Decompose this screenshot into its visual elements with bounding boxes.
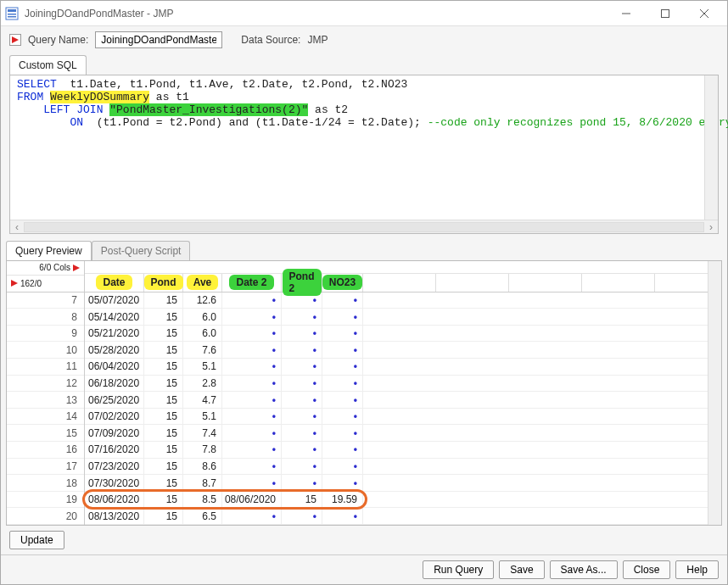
rows-indicator[interactable]: 162/0 bbox=[7, 276, 84, 292]
cell[interactable]: • bbox=[322, 442, 363, 458]
table-row[interactable]: 08/13/2020156.5••• bbox=[85, 508, 721, 525]
row-number[interactable]: 16 bbox=[7, 442, 84, 459]
cell[interactable]: 7.8 bbox=[183, 442, 222, 458]
cell[interactable]: • bbox=[222, 292, 282, 309]
cell[interactable]: • bbox=[322, 392, 363, 408]
cell[interactable]: 08/13/2020 bbox=[85, 508, 144, 524]
cell[interactable]: 06/04/2020 bbox=[85, 359, 144, 375]
cell[interactable]: • bbox=[322, 475, 363, 491]
cell[interactable]: • bbox=[282, 442, 322, 458]
update-button[interactable]: Update bbox=[9, 531, 64, 549]
cell[interactable]: 5.1 bbox=[183, 409, 222, 425]
col-pond[interactable]: Pond bbox=[144, 274, 183, 292]
grid-vertical-scrollbar[interactable] bbox=[708, 261, 721, 525]
query-name-input[interactable] bbox=[95, 31, 222, 48]
cell[interactable]: 07/23/2020 bbox=[85, 459, 144, 475]
cell[interactable]: • bbox=[282, 376, 322, 392]
col-date2[interactable]: Date 2 bbox=[222, 274, 282, 292]
cols-indicator[interactable]: 6/0 Cols bbox=[7, 261, 84, 276]
cell[interactable]: 6.0 bbox=[183, 326, 222, 342]
cell[interactable]: • bbox=[282, 475, 322, 491]
table-row[interactable]: 07/02/2020155.1••• bbox=[85, 409, 721, 426]
cell[interactable]: 15 bbox=[144, 326, 183, 342]
cell[interactable]: 5.1 bbox=[183, 359, 222, 375]
cell[interactable]: • bbox=[222, 359, 282, 375]
tab-query-preview[interactable]: Query Preview bbox=[6, 241, 92, 260]
row-number[interactable]: 11 bbox=[7, 359, 84, 376]
cell[interactable]: • bbox=[222, 425, 282, 441]
save-button[interactable]: Save bbox=[499, 560, 544, 579]
cell[interactable]: • bbox=[222, 309, 282, 325]
cell[interactable]: 15 bbox=[144, 459, 183, 475]
close-query-button[interactable]: Close bbox=[623, 560, 671, 579]
cell[interactable]: 05/21/2020 bbox=[85, 326, 144, 342]
cell[interactable]: • bbox=[322, 508, 363, 524]
cell[interactable]: • bbox=[222, 409, 282, 425]
cell[interactable]: • bbox=[282, 508, 322, 524]
cell[interactable]: 19.59 bbox=[322, 492, 363, 508]
cell[interactable]: • bbox=[222, 459, 282, 475]
cell[interactable]: 15 bbox=[144, 508, 183, 524]
cell[interactable]: 08/06/2020 bbox=[222, 492, 282, 508]
table-row[interactable]: 05/21/2020156.0••• bbox=[85, 326, 721, 343]
tab-custom-sql[interactable]: Custom SQL bbox=[9, 55, 87, 75]
table-row[interactable]: 06/18/2020152.8••• bbox=[85, 376, 721, 393]
cell[interactable]: 15 bbox=[144, 409, 183, 425]
cell[interactable]: • bbox=[222, 342, 282, 358]
cell[interactable]: 15 bbox=[282, 492, 322, 508]
cell[interactable]: • bbox=[282, 409, 322, 425]
row-number[interactable]: 14 bbox=[7, 409, 84, 426]
sql-editor[interactable]: SELECT t1.Date, t1.Pond, t1.Ave, t2.Date… bbox=[9, 75, 719, 234]
col-empty-1[interactable] bbox=[363, 274, 436, 292]
cell[interactable]: 8.5 bbox=[183, 492, 222, 508]
scroll-right-icon[interactable]: › bbox=[704, 221, 718, 233]
col-empty-2[interactable] bbox=[436, 274, 509, 292]
run-query-button[interactable]: Run Query bbox=[423, 560, 494, 579]
cell[interactable]: 07/16/2020 bbox=[85, 442, 144, 458]
cell[interactable]: 15 bbox=[144, 475, 183, 491]
row-number[interactable]: 13 bbox=[7, 392, 84, 409]
table-row[interactable]: 07/30/2020158.7••• bbox=[85, 475, 721, 492]
cell[interactable]: 08/06/2020 bbox=[85, 492, 144, 508]
cell[interactable]: 15 bbox=[144, 442, 183, 458]
table-row[interactable]: 08/06/2020158.508/06/20201519.59 bbox=[85, 492, 721, 509]
cell[interactable]: • bbox=[282, 326, 322, 342]
cell[interactable]: 15 bbox=[144, 342, 183, 358]
cell[interactable]: 07/09/2020 bbox=[85, 425, 144, 441]
row-number[interactable]: 19 bbox=[7, 492, 84, 509]
row-number[interactable]: 15 bbox=[7, 425, 84, 442]
cell[interactable]: 07/02/2020 bbox=[85, 409, 144, 425]
row-number[interactable]: 9 bbox=[7, 326, 84, 343]
cell[interactable]: 12.6 bbox=[183, 292, 222, 309]
cell[interactable]: • bbox=[222, 475, 282, 491]
row-number[interactable]: 18 bbox=[7, 475, 84, 492]
cell[interactable]: • bbox=[322, 309, 363, 325]
cell[interactable]: • bbox=[282, 292, 322, 309]
table-row[interactable]: 05/07/20201512.6••• bbox=[85, 292, 721, 309]
cell[interactable]: • bbox=[222, 326, 282, 342]
cell[interactable]: 15 bbox=[144, 425, 183, 441]
row-number[interactable]: 12 bbox=[7, 376, 84, 393]
cell[interactable]: 7.4 bbox=[183, 425, 222, 441]
col-date[interactable]: Date bbox=[85, 274, 144, 292]
cell[interactable]: • bbox=[322, 409, 363, 425]
sql-horizontal-scrollbar[interactable]: ‹ › bbox=[10, 220, 718, 233]
cell[interactable]: • bbox=[282, 359, 322, 375]
cell[interactable]: 15 bbox=[144, 292, 183, 309]
cell[interactable]: 7.6 bbox=[183, 342, 222, 358]
cell[interactable]: 15 bbox=[144, 392, 183, 408]
col-empty-4[interactable] bbox=[582, 274, 655, 292]
disclosure-icon[interactable] bbox=[9, 34, 21, 46]
table-row[interactable]: 05/28/2020157.6••• bbox=[85, 342, 721, 359]
cell[interactable]: • bbox=[322, 342, 363, 358]
sql-vertical-scrollbar[interactable] bbox=[704, 75, 718, 220]
row-number[interactable]: 7 bbox=[7, 292, 84, 309]
cell[interactable]: • bbox=[322, 326, 363, 342]
cell[interactable]: • bbox=[222, 392, 282, 408]
col-ave[interactable]: Ave bbox=[183, 274, 222, 292]
col-empty-3[interactable] bbox=[509, 274, 582, 292]
cols-menu-icon[interactable] bbox=[72, 264, 81, 272]
cell[interactable]: 8.6 bbox=[183, 459, 222, 475]
cell[interactable]: • bbox=[222, 442, 282, 458]
table-row[interactable]: 06/04/2020155.1••• bbox=[85, 359, 721, 376]
